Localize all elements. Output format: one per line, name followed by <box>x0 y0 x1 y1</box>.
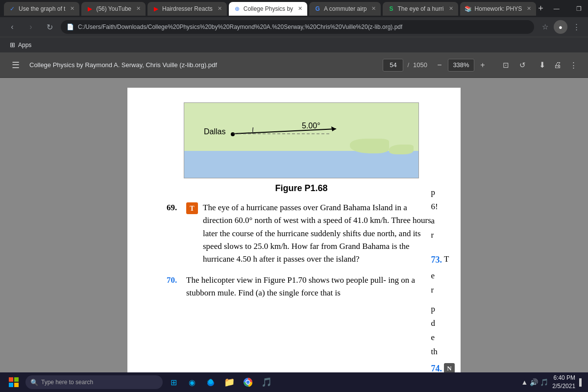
url-text: C:/Users/Faith/Downloads/College%20Physi… <box>78 24 402 30</box>
tab-label-5: A commuter airp <box>324 5 367 12</box>
tab-youtube[interactable]: ▶ (56) YouTube ✕ <box>81 2 146 16</box>
tab-college-physics[interactable]: ⊕ College Physics by ✕ <box>229 2 307 16</box>
network-icon[interactable]: ▲ <box>521 378 528 386</box>
right-col-d: d <box>431 317 455 331</box>
edge-icon[interactable] <box>202 373 220 391</box>
speaker-icon[interactable]: 🎵 <box>540 378 548 386</box>
svg-rect-6 <box>14 383 19 387</box>
profile-icon[interactable]: ● <box>554 20 567 34</box>
task-view-button[interactable]: ⊞ <box>165 373 182 391</box>
sound-icon[interactable]: 🔊 <box>530 378 538 386</box>
chrome-icon[interactable] <box>239 373 257 391</box>
tab-eye-hurricane[interactable]: S The eye of a hurri ✕ <box>383 2 458 16</box>
map-angle-label: 5.00° <box>302 122 320 130</box>
tab-use-graph[interactable]: ✓ Use the graph of t ✕ <box>4 2 79 16</box>
apps-grid-icon: ⊞ <box>10 41 15 49</box>
more-options-icon[interactable]: ⋮ <box>566 58 580 72</box>
tab-favicon-1: ✓ <box>9 5 16 12</box>
map-dallas-label: Dallas <box>204 127 225 136</box>
problem-70-text: The helicopter view in Figure P1.70 show… <box>186 274 436 300</box>
tab-close-2[interactable]: ✕ <box>136 5 141 12</box>
url-protocol-icon: 📄 <box>67 24 74 30</box>
tab-close-6[interactable]: ✕ <box>449 5 453 12</box>
zoom-out-button[interactable]: − <box>433 59 446 72</box>
apps-label: Apps <box>18 42 31 49</box>
problem-69: 69. T The eye of a hurricane passes over… <box>167 201 436 266</box>
tab-favicon-3: ▶ <box>152 5 159 12</box>
taskbar-search-label: Type here to search <box>41 379 93 386</box>
svg-rect-3 <box>9 377 13 382</box>
windows-logo-icon <box>9 377 19 387</box>
tab-close-5[interactable]: ✕ <box>371 5 376 12</box>
show-desktop-button[interactable]: ▌ <box>579 378 584 386</box>
zoom-in-button[interactable]: + <box>476 59 489 72</box>
start-button[interactable] <box>4 373 24 391</box>
right-74-n-icon: N <box>444 363 455 372</box>
svg-line-0 <box>233 129 336 134</box>
file-explorer-icon[interactable]: 📁 <box>220 373 238 391</box>
right-col-p-top: p <box>431 186 455 200</box>
pdf-content-area: Dallas 5.00° Figure P1.68 69. T The eye … <box>0 78 588 372</box>
system-clock[interactable]: 6:40 PM 2/5/2021 <box>552 374 575 391</box>
rotate-icon[interactable]: ↺ <box>515 58 529 72</box>
menu-icon[interactable]: ⋮ <box>569 20 583 34</box>
svg-rect-5 <box>9 383 13 387</box>
tab-label-7: Homework: PHYS <box>475 5 522 12</box>
window-controls: — ❐ ✕ <box>545 0 588 17</box>
print-icon[interactable]: 🖨 <box>551 58 564 72</box>
pdf-view-icons: ⊡ ↺ <box>499 58 529 72</box>
problem-69-text: The eye of a hurricane passes over Grand… <box>203 201 436 266</box>
taskbar: 🔍 Type here to search ⊞ ◉ 📁 🎵 <box>0 372 588 392</box>
reload-button[interactable]: ↻ <box>42 20 57 34</box>
forward-button[interactable]: › <box>24 20 38 34</box>
pdf-sidebar-toggle[interactable]: ☰ <box>8 57 24 73</box>
zoom-value-input[interactable] <box>448 59 474 72</box>
tab-close-7[interactable]: ✕ <box>527 5 531 12</box>
bookmark-star-icon[interactable]: ☆ <box>538 20 552 34</box>
svg-marker-1 <box>331 126 336 131</box>
system-tray-icons: ▲ 🔊 🎵 <box>521 378 549 386</box>
pdf-title: College Physics by Raymond A. Serway, Ch… <box>29 61 377 69</box>
cortana-icon[interactable]: ◉ <box>183 373 201 391</box>
maximize-button[interactable]: ❐ <box>568 0 588 17</box>
right-col-el: er <box>431 269 455 297</box>
right-col-65: 6! <box>431 200 455 214</box>
right-problem-73: 73. T <box>431 252 455 268</box>
tab-homework[interactable]: 📚 Homework: PHYS ✕ <box>460 2 537 16</box>
svg-rect-4 <box>14 377 19 382</box>
map-figure-image: Dallas 5.00° <box>184 102 419 178</box>
minimize-button[interactable]: — <box>545 0 568 17</box>
bookmarks-bar: ⊞ Apps <box>0 37 588 52</box>
taskbar-search-box[interactable]: 🔍 Type here to search <box>25 375 163 389</box>
apps-bookmark[interactable]: ⊞ Apps <box>5 39 36 51</box>
right-col-p2: p <box>431 302 455 317</box>
back-button[interactable]: ‹ <box>5 20 20 34</box>
download-icon[interactable]: ⬇ <box>535 58 549 72</box>
clock-time: 6:40 PM <box>552 374 575 382</box>
right-col-content: p 6! ar 73. T er p d e th 74. N ta <box>431 186 455 372</box>
tab-favicon-7: 📚 <box>465 5 472 12</box>
tab-close-3[interactable]: ✕ <box>218 5 222 12</box>
pdf-page-separator: / <box>406 61 410 69</box>
pdf-page-input[interactable] <box>383 59 403 72</box>
map-figure-container: Dallas 5.00° <box>167 102 436 178</box>
tab-favicon-4: ⊕ <box>234 5 241 12</box>
right-col-e2: e <box>431 331 455 345</box>
pdf-zoom-controls: − + <box>433 59 489 72</box>
tab-favicon-6: S <box>388 5 394 12</box>
taskbar-system-tray: ▲ 🔊 🎵 6:40 PM 2/5/2021 ▌ <box>521 374 585 391</box>
tab-hairdresser[interactable]: ▶ Hairdresser Reacts ✕ <box>147 2 227 16</box>
right-col-th: th <box>431 345 455 359</box>
tab-close-4[interactable]: ✕ <box>298 5 302 12</box>
tab-label-1: Use the graph of t <box>19 5 65 12</box>
tab-close-1[interactable]: ✕ <box>70 5 74 12</box>
pdf-toolbar: ☰ College Physics by Raymond A. Serway, … <box>0 52 588 78</box>
new-tab-button[interactable]: + <box>538 2 543 16</box>
pdf-page: Dallas 5.00° Figure P1.68 69. T The eye … <box>127 88 461 372</box>
spotify-icon[interactable]: 🎵 <box>258 373 275 391</box>
tab-commuter[interactable]: G A commuter airp ✕ <box>309 2 381 16</box>
url-bar[interactable]: 📄 C:/Users/Faith/Downloads/College%20Phy… <box>61 20 534 34</box>
right-col-ar: ar <box>431 214 455 243</box>
fit-page-icon[interactable]: ⊡ <box>499 58 513 72</box>
tab-favicon-2: ▶ <box>86 5 93 12</box>
